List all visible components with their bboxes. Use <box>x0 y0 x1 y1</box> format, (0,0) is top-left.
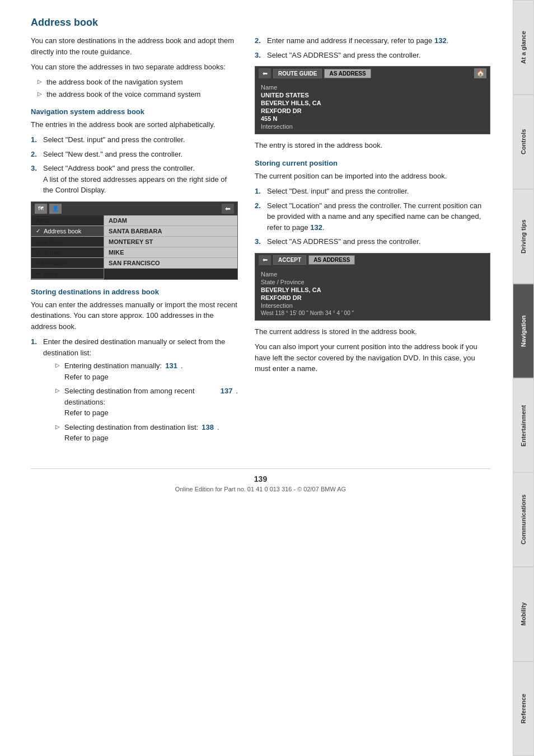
screen1-content: ABC... ✓ Address book Last dest. With ma… <box>31 215 237 279</box>
screen2-row-number: 455 N <box>261 115 484 123</box>
bullet-voice: the address book of the voice command sy… <box>38 90 238 100</box>
screen1-item-addressbook[interactable]: ✓ Address book <box>31 226 104 237</box>
nav-section-intro: The entries in the address book are sort… <box>31 119 238 130</box>
screen1-right-list: ADAM SANTA BARBARA MONTEREY ST MIKE SAN … <box>104 215 237 279</box>
screen3-back-icon[interactable]: ⬅ <box>259 255 271 265</box>
screen2-address-content: Name UNITED STATES BEVERLY HILLS, CA REX… <box>255 80 490 134</box>
storing-section-title: Storing destinations in address book <box>31 288 238 296</box>
screen1-item-information[interactable]: Information <box>31 258 104 269</box>
nav-steps: 1. Select "Dest. input" and press the co… <box>31 134 238 196</box>
screen2-row-name: Name <box>261 83 484 91</box>
page-number: 139 <box>31 475 490 483</box>
storing-section-intro: You can enter the addresses manually or … <box>31 299 238 332</box>
sidebar-tab-communications[interactable]: Communications <box>513 472 534 567</box>
left-column: You can store destinations in the addres… <box>31 35 238 452</box>
screen1-right-adam: ADAM <box>104 215 237 226</box>
screen3-caption2: You can also import your current positio… <box>255 341 490 374</box>
screen3-row-street: REXFORD DR <box>261 294 484 302</box>
footer-text: Online Edition for Part no. 01 41 0 013 … <box>175 486 346 492</box>
screen2-row-city: BEVERLY HILLS, CA <box>261 99 484 107</box>
sidebar-tab-mobility[interactable]: Mobility <box>513 567 534 661</box>
sidebar-tab-entertainment[interactable]: Entertainment <box>513 378 534 473</box>
screen3-row-name: Name <box>261 270 484 278</box>
ref-138-link[interactable]: 138 <box>202 422 214 444</box>
nav-step-1: 1. Select "Dest. input" and press the co… <box>31 134 238 145</box>
intro-p2: You can store the addresses in two separ… <box>31 62 238 73</box>
sidebar-tab-controls[interactable]: Controls <box>513 95 534 189</box>
storing-sub-list: Entering destination manually:Refer to p… <box>55 360 238 444</box>
screen2-as-address-tab[interactable]: AS ADDRESS <box>324 69 371 78</box>
screen-route-guide: ⬅ ROUTE GUIDE AS ADDRESS 🏠 Name UNITED S… <box>255 66 490 134</box>
sidebar-tab-driving-tips[interactable]: Driving tips <box>513 189 534 284</box>
sub-selecting-list: Selecting destination from destination l… <box>55 422 238 444</box>
screen1-item-lastdest[interactable]: Last dest. <box>31 237 104 247</box>
screen1-left-list: ABC... ✓ Address book Last dest. With ma… <box>31 215 104 279</box>
screen3-caption1: The current address is stored in the add… <box>255 326 490 337</box>
nav-step-3: 3. Select "Address book" and press the c… <box>31 163 238 196</box>
page-footer: 139 Online Edition for Part no. 01 41 0 … <box>31 468 490 492</box>
storing-step-3: 3. Select "AS ADDRESS" and press the con… <box>255 50 490 61</box>
storing-pos-steps: 1. Select "Dest. input" and press the co… <box>255 186 490 247</box>
pos-step-2: 2. Select "Location" and press the contr… <box>255 200 490 233</box>
intro-p1: You can store destinations in the addres… <box>31 35 238 57</box>
page-title: Address book <box>31 17 490 29</box>
storing-step-1: 1. Enter the desired destination manuall… <box>31 336 238 447</box>
screen3-address-content: Name State / Province BEVERLY HILLS, CA … <box>255 267 490 320</box>
nav-section-title: Navigation system address book <box>31 107 238 116</box>
sidebar-tab-navigation[interactable]: Navigation <box>513 284 534 378</box>
storing-pos-title: Storing current position <box>255 159 490 167</box>
ref-131-link[interactable]: 131 <box>165 360 177 382</box>
screen-address-book: 🗺 👤 ⬅ ABC... ✓ Address book <box>31 201 238 280</box>
screen1-right-mike: MIKE <box>104 247 237 258</box>
sub-entering-manually: Entering destination manually:Refer to p… <box>55 360 238 382</box>
nav-step-2: 2. Select "New dest." and press the cont… <box>31 149 238 160</box>
screen3-as-address-tab[interactable]: AS ADDRESS <box>308 255 355 265</box>
main-content: Address book You can store destinations … <box>0 0 513 756</box>
pos-step-1: 1. Select "Dest. input" and press the co… <box>255 186 490 197</box>
screen1-right-santa: SANTA BARBARA <box>104 226 237 237</box>
screen1-toolbar: 🗺 👤 ⬅ <box>31 202 237 215</box>
address-book-types: the address book of the navigation syste… <box>31 77 238 100</box>
ref-132-link-1[interactable]: 132 <box>434 36 447 45</box>
screen3-row-intersection: Intersection <box>261 302 484 309</box>
screen3-accept-tab[interactable]: ACCEPT <box>273 255 306 265</box>
sub-selecting-recent: Selecting destination from among recent … <box>55 386 238 419</box>
screen1-item-withmap[interactable]: With map <box>31 247 104 258</box>
screen2-row-intersection: Intersection <box>261 123 484 130</box>
sidebar-right: At a glance Controls Driving tips Naviga… <box>513 0 534 756</box>
screen1-item-abc[interactable]: ABC... <box>31 215 104 226</box>
screen1-right-monterey: MONTEREY ST <box>104 237 237 247</box>
screen2-row-street: REXFORD DR <box>261 107 484 115</box>
storing-pos-intro: The current position can be imported int… <box>255 171 490 182</box>
screen2-home-icon: 🏠 <box>474 68 486 78</box>
screen2-toolbar: ⬅ ROUTE GUIDE AS ADDRESS 🏠 <box>255 67 490 80</box>
screen-accept: ⬅ ACCEPT AS ADDRESS Name State / Provinc… <box>255 253 490 321</box>
screen3-row-city: BEVERLY HILLS, CA <box>261 286 484 294</box>
screen1-right-sanfran: SAN FRANCISCO <box>104 258 237 269</box>
ref-132-link-2[interactable]: 132 <box>310 223 322 232</box>
pos-step-3: 3. Select "AS ADDRESS" and press the con… <box>255 236 490 247</box>
screen2-row-country: UNITED STATES <box>261 91 484 99</box>
screen2-back-icon[interactable]: ⬅ <box>259 68 271 78</box>
bullet-nav: the address book of the navigation syste… <box>38 77 238 87</box>
storing-right-steps: 2. Enter name and address if necessary, … <box>255 35 490 60</box>
screen3-toolbar: ⬅ ACCEPT AS ADDRESS <box>255 253 490 267</box>
screen3-row-coords: West 118 ° 15' 00 " North 34 ° 4 ' 00 " <box>261 309 484 317</box>
right-column: 2. Enter name and address if necessary, … <box>255 35 490 452</box>
screen1-person-icon: 👤 <box>49 204 62 214</box>
sidebar-tab-reference[interactable]: Reference <box>513 661 534 756</box>
ref-137-link[interactable]: 137 <box>221 386 233 419</box>
sidebar-tab-at-a-glance[interactable]: At a glance <box>513 0 534 95</box>
screen2-route-guide-tab[interactable]: ROUTE GUIDE <box>273 69 322 78</box>
screen3-row-state: State / Province <box>261 278 484 286</box>
storing-step-2: 2. Enter name and address if necessary, … <box>255 35 490 46</box>
screen1-back-btn[interactable]: ⬅ <box>222 204 234 214</box>
screen1-map-icon: 🗺 <box>35 204 47 214</box>
screen2-caption: The entry is stored in the address book. <box>255 140 490 151</box>
screen1-back-btn[interactable]: ⬅ Back <box>31 269 104 279</box>
storing-steps: 1. Enter the desired destination manuall… <box>31 336 238 447</box>
